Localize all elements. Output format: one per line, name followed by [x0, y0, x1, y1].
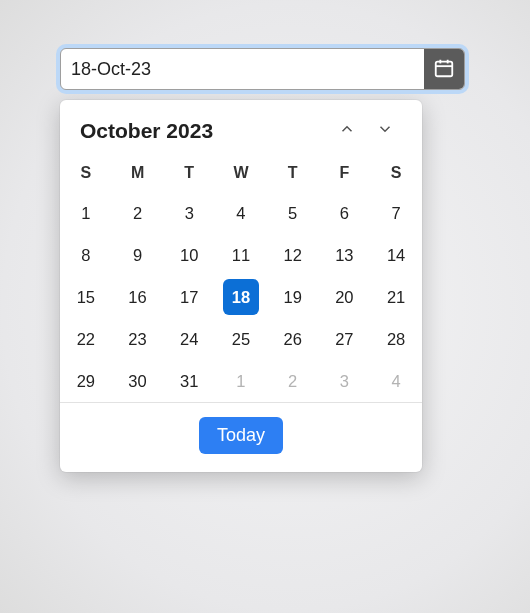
calendar-day[interactable]: 15: [68, 279, 104, 315]
calendar-day[interactable]: 4: [223, 195, 259, 231]
calendar-day[interactable]: 27: [326, 321, 362, 357]
calendar-day[interactable]: 3: [171, 195, 207, 231]
calendar-day[interactable]: 2: [120, 195, 156, 231]
calendar-day[interactable]: 1: [68, 195, 104, 231]
svg-rect-0: [436, 61, 453, 76]
weekday-header: S: [370, 154, 422, 192]
weekday-header: W: [215, 154, 267, 192]
next-month-button[interactable]: [366, 114, 404, 148]
weekday-header: S: [60, 154, 112, 192]
prev-month-button[interactable]: [328, 114, 366, 148]
calendar-day[interactable]: 23: [120, 321, 156, 357]
weekday-header: T: [267, 154, 319, 192]
calendar-day[interactable]: 30: [120, 363, 156, 399]
calendar-header: October 2023: [60, 100, 422, 154]
calendar-day[interactable]: 17: [171, 279, 207, 315]
calendar-footer: Today: [60, 402, 422, 472]
calendar-day[interactable]: 28: [378, 321, 414, 357]
calendar-day[interactable]: 21: [378, 279, 414, 315]
calendar-popup: October 2023 SMTWTFS 1234567891011121314…: [60, 100, 422, 472]
calendar-day[interactable]: 11: [223, 237, 259, 273]
today-button[interactable]: Today: [199, 417, 283, 454]
calendar-title[interactable]: October 2023: [80, 119, 328, 143]
calendar-day[interactable]: 13: [326, 237, 362, 273]
chevron-up-icon: [338, 120, 356, 142]
calendar-day[interactable]: 7: [378, 195, 414, 231]
calendar-day[interactable]: 20: [326, 279, 362, 315]
calendar-day-other-month[interactable]: 4: [378, 363, 414, 399]
calendar-day[interactable]: 5: [275, 195, 311, 231]
calendar-day[interactable]: 18: [223, 279, 259, 315]
date-field: [60, 48, 465, 90]
calendar-day-other-month[interactable]: 2: [275, 363, 311, 399]
calendar-day[interactable]: 25: [223, 321, 259, 357]
calendar-day[interactable]: 8: [68, 237, 104, 273]
calendar-day[interactable]: 31: [171, 363, 207, 399]
calendar-day[interactable]: 29: [68, 363, 104, 399]
calendar-day[interactable]: 14: [378, 237, 414, 273]
calendar-day[interactable]: 12: [275, 237, 311, 273]
calendar-day[interactable]: 26: [275, 321, 311, 357]
calendar-day[interactable]: 9: [120, 237, 156, 273]
calendar-day[interactable]: 22: [68, 321, 104, 357]
calendar-day[interactable]: 24: [171, 321, 207, 357]
weekday-header: T: [163, 154, 215, 192]
open-calendar-button[interactable]: [424, 49, 464, 89]
calendar-day-other-month[interactable]: 1: [223, 363, 259, 399]
calendar-grid: SMTWTFS 12345678910111213141516171819202…: [60, 154, 422, 402]
weekday-header: F: [319, 154, 371, 192]
calendar-day-other-month[interactable]: 3: [326, 363, 362, 399]
calendar-day[interactable]: 19: [275, 279, 311, 315]
calendar-day[interactable]: 6: [326, 195, 362, 231]
weekday-header: M: [112, 154, 164, 192]
calendar-day[interactable]: 10: [171, 237, 207, 273]
date-input[interactable]: [61, 49, 424, 89]
calendar-day[interactable]: 16: [120, 279, 156, 315]
chevron-down-icon: [376, 120, 394, 142]
calendar-icon: [433, 57, 455, 82]
